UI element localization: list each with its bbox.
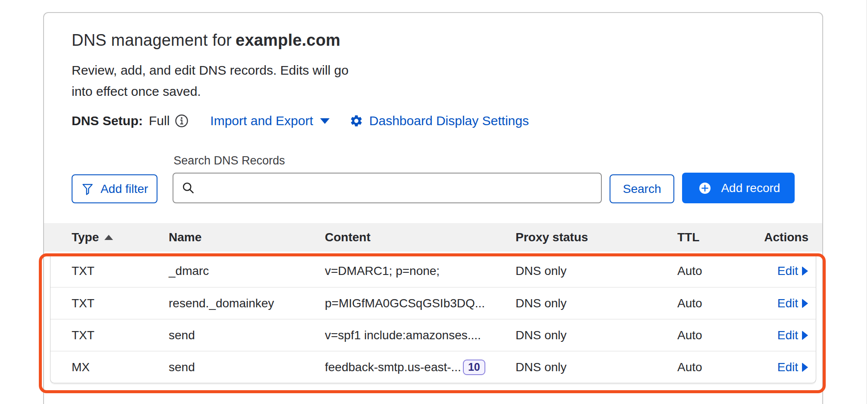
search-input[interactable] <box>173 173 602 203</box>
cell-proxy-status: DNS only <box>516 264 677 278</box>
cell-name: _dmarc <box>169 264 325 278</box>
add-filter-button[interactable]: Add filter <box>72 174 157 203</box>
page-title: DNS management forexample.com <box>72 31 795 50</box>
caret-right-icon <box>802 266 808 276</box>
add-record-button[interactable]: Add record <box>682 173 795 203</box>
column-header-content[interactable]: Content <box>325 230 516 244</box>
table-row: TXT resend._domainkey p=MIGfMA0GCSqGSIb3… <box>50 287 816 319</box>
caret-right-icon <box>802 299 808 308</box>
caret-right-icon <box>802 363 808 372</box>
cell-content: p=MIGfMA0GCSqGSIb3DQ... <box>325 297 516 310</box>
cell-proxy-status: DNS only <box>516 360 677 374</box>
edit-record-link[interactable]: Edit <box>777 328 808 342</box>
cell-proxy-status: DNS only <box>516 297 677 310</box>
page-subtitle: Review, add, and edit DNS records. Edits… <box>72 60 369 102</box>
search-field: Search DNS Records <box>173 154 602 203</box>
column-header-type[interactable]: Type <box>72 230 169 244</box>
caret-down-icon <box>320 118 330 124</box>
cell-name: resend._domainkey <box>169 297 325 310</box>
page-title-domain: example.com <box>236 31 340 49</box>
table-row: TXT send v=spf1 include:amazonses.... DN… <box>50 319 816 351</box>
records-toolbar: Add filter Search DNS Records Search <box>72 154 795 203</box>
cell-content: v=spf1 include:amazonses.... <box>325 328 516 342</box>
dns-setup-label: DNS Setup: <box>72 114 143 128</box>
cell-name: send <box>169 360 325 374</box>
dns-setup-value: Full <box>149 114 170 128</box>
viewport-right-divider <box>866 0 867 404</box>
search-icon <box>181 181 195 195</box>
dashboard-display-settings-label: Dashboard Display Settings <box>369 114 529 128</box>
caret-right-icon <box>802 331 808 340</box>
cell-ttl: Auto <box>677 328 760 342</box>
cell-content: feedback-smtp.us-east-... 10 <box>325 360 516 375</box>
cell-actions: Edit <box>760 297 808 310</box>
cell-ttl: Auto <box>677 264 760 278</box>
search-label: Search DNS Records <box>173 154 602 167</box>
column-header-proxy-status[interactable]: Proxy status <box>516 230 677 244</box>
dashboard-display-settings-link[interactable]: Dashboard Display Settings <box>349 114 529 128</box>
plus-circle-icon <box>696 180 714 197</box>
page-title-prefix: DNS management for <box>72 31 232 49</box>
add-record-label: Add record <box>721 181 780 195</box>
cell-content: v=DMARC1; p=none; <box>325 264 516 278</box>
cell-type: TXT <box>72 328 169 342</box>
cell-proxy-status: DNS only <box>516 328 677 342</box>
search-button[interactable]: Search <box>610 174 674 203</box>
column-header-ttl[interactable]: TTL <box>677 230 760 244</box>
import-export-label: Import and Export <box>210 114 313 128</box>
cell-name: send <box>169 328 325 342</box>
cell-actions: Edit <box>760 328 808 342</box>
column-header-name[interactable]: Name <box>169 230 325 244</box>
gear-icon <box>349 114 363 128</box>
dns-setup-row: DNS Setup: Full Import and Export <box>72 114 795 128</box>
add-filter-label: Add filter <box>101 182 148 196</box>
sort-ascending-icon <box>104 235 113 240</box>
column-header-actions: Actions <box>760 230 808 244</box>
edit-record-link[interactable]: Edit <box>777 264 808 278</box>
priority-badge: 10 <box>463 360 485 375</box>
table-row: MX send feedback-smtp.us-east-... 10 DNS… <box>50 351 816 383</box>
cell-ttl: Auto <box>677 360 760 374</box>
cell-type: TXT <box>72 264 169 278</box>
search-button-label: Search <box>623 182 661 196</box>
info-icon[interactable] <box>175 114 189 128</box>
table-row: TXT _dmarc v=DMARC1; p=none; DNS only Au… <box>50 255 816 287</box>
dns-records-table: Type Name Content Proxy status TTL Actio… <box>44 223 822 383</box>
edit-record-link[interactable]: Edit <box>777 360 808 374</box>
cell-ttl: Auto <box>677 297 760 310</box>
dns-management-card: DNS management forexample.com Review, ad… <box>43 12 823 404</box>
edit-record-link[interactable]: Edit <box>777 297 808 310</box>
table-body: TXT _dmarc v=DMARC1; p=none; DNS only Au… <box>50 255 816 383</box>
filter-icon <box>81 183 94 196</box>
table-header-row: Type Name Content Proxy status TTL Actio… <box>44 223 822 252</box>
cell-type: TXT <box>72 297 169 310</box>
cell-actions: Edit <box>760 264 808 278</box>
cell-actions: Edit <box>760 360 808 374</box>
import-export-link[interactable]: Import and Export <box>210 114 329 128</box>
cell-type: MX <box>72 360 169 374</box>
